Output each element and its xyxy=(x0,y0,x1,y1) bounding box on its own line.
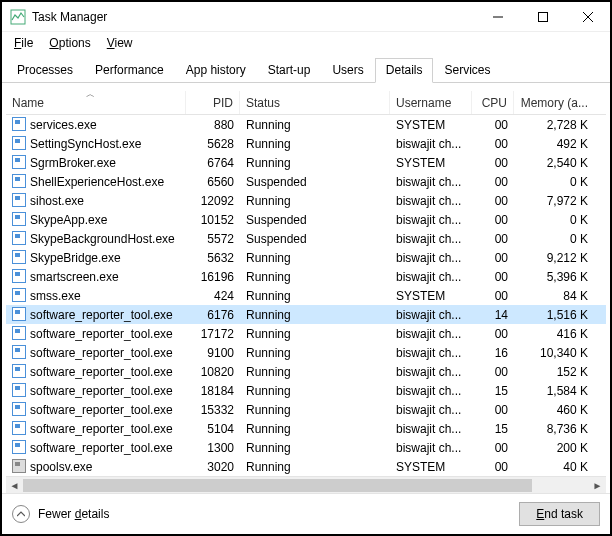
end-task-button[interactable]: End task xyxy=(519,502,600,526)
process-user: SYSTEM xyxy=(390,289,472,303)
process-user: biswajit ch... xyxy=(390,384,472,398)
table-row[interactable]: SkypeBridge.exe5632Runningbiswajit ch...… xyxy=(6,248,606,267)
process-user: biswajit ch... xyxy=(390,422,472,436)
col-username[interactable]: Username xyxy=(390,91,472,114)
process-memory: 9,212 K xyxy=(514,251,594,265)
process-status: Running xyxy=(240,384,390,398)
table-row[interactable]: software_reporter_tool.exe18184Runningbi… xyxy=(6,381,606,400)
process-icon xyxy=(12,174,26,188)
process-name: SettingSyncHost.exe xyxy=(30,137,141,151)
scroll-thumb[interactable] xyxy=(23,479,532,492)
table-row[interactable]: SettingSyncHost.exe5628Runningbiswajit c… xyxy=(6,134,606,153)
process-pid: 6764 xyxy=(186,156,240,170)
process-icon xyxy=(12,345,26,359)
process-name: software_reporter_tool.exe xyxy=(30,403,173,417)
process-pid: 10152 xyxy=(186,213,240,227)
tab-services[interactable]: Services xyxy=(433,58,501,82)
process-name: smartscreen.exe xyxy=(30,270,119,284)
table-row[interactable]: SkypeBackgroundHost.exe5572Suspendedbisw… xyxy=(6,229,606,248)
menu-file[interactable]: File xyxy=(8,34,39,52)
col-cpu[interactable]: CPU xyxy=(472,91,514,114)
process-cpu: 00 xyxy=(472,194,514,208)
table-row[interactable]: services.exe880RunningSYSTEM002,728 K xyxy=(6,115,606,134)
process-memory: 200 K xyxy=(514,441,594,455)
table-row[interactable]: software_reporter_tool.exe1300Runningbis… xyxy=(6,438,606,457)
process-name: software_reporter_tool.exe xyxy=(30,422,173,436)
process-pid: 424 xyxy=(186,289,240,303)
process-status: Running xyxy=(240,251,390,265)
process-memory: 40 K xyxy=(514,460,594,474)
col-memory[interactable]: Memory (a... xyxy=(514,91,594,114)
table-row[interactable]: ShellExperienceHost.exe6560Suspendedbisw… xyxy=(6,172,606,191)
table-row[interactable]: SkypeApp.exe10152Suspendedbiswajit ch...… xyxy=(6,210,606,229)
process-name: software_reporter_tool.exe xyxy=(30,441,173,455)
table-row[interactable]: smartscreen.exe16196Runningbiswajit ch..… xyxy=(6,267,606,286)
process-cpu: 00 xyxy=(472,156,514,170)
process-icon xyxy=(12,383,26,397)
process-status: Running xyxy=(240,403,390,417)
menu-view[interactable]: View xyxy=(101,34,139,52)
fewer-details-icon[interactable] xyxy=(12,505,30,523)
process-memory: 2,728 K xyxy=(514,118,594,132)
tab-details[interactable]: Details xyxy=(375,58,434,83)
scroll-left-icon[interactable]: ◄ xyxy=(6,477,23,494)
process-icon xyxy=(12,440,26,454)
process-memory: 5,396 K xyxy=(514,270,594,284)
table-row[interactable]: spoolsv.exe3020RunningSYSTEM0040 K xyxy=(6,457,606,476)
process-user: SYSTEM xyxy=(390,460,472,474)
process-cpu: 00 xyxy=(472,441,514,455)
scroll-track[interactable] xyxy=(23,477,589,493)
horizontal-scrollbar[interactable]: ◄ ► xyxy=(6,476,606,493)
process-user: biswajit ch... xyxy=(390,346,472,360)
process-status: Running xyxy=(240,270,390,284)
process-icon xyxy=(12,269,26,283)
process-pid: 880 xyxy=(186,118,240,132)
col-pid[interactable]: PID xyxy=(186,91,240,114)
process-cpu: 00 xyxy=(472,270,514,284)
process-status: Running xyxy=(240,308,390,322)
process-cpu: 00 xyxy=(472,118,514,132)
table-row[interactable]: software_reporter_tool.exe10820Runningbi… xyxy=(6,362,606,381)
maximize-button[interactable] xyxy=(520,2,565,32)
close-button[interactable] xyxy=(565,2,610,32)
process-pid: 10820 xyxy=(186,365,240,379)
table-body: services.exe880RunningSYSTEM002,728 KSet… xyxy=(6,115,606,476)
process-cpu: 00 xyxy=(472,403,514,417)
table-row[interactable]: software_reporter_tool.exe17172Runningbi… xyxy=(6,324,606,343)
col-name[interactable]: Name ︿ xyxy=(6,91,186,114)
table-row[interactable]: software_reporter_tool.exe9100Runningbis… xyxy=(6,343,606,362)
col-status[interactable]: Status xyxy=(240,91,390,114)
tab-users[interactable]: Users xyxy=(321,58,374,82)
fewer-details-link[interactable]: Fewer details xyxy=(38,507,109,521)
process-cpu: 16 xyxy=(472,346,514,360)
minimize-button[interactable] xyxy=(475,2,520,32)
tab-performance[interactable]: Performance xyxy=(84,58,175,82)
table-row[interactable]: software_reporter_tool.exe15332Runningbi… xyxy=(6,400,606,419)
process-pid: 6560 xyxy=(186,175,240,189)
tab-app-history[interactable]: App history xyxy=(175,58,257,82)
process-cpu: 15 xyxy=(472,384,514,398)
process-icon xyxy=(12,250,26,264)
table-row[interactable]: sihost.exe12092Runningbiswajit ch...007,… xyxy=(6,191,606,210)
tab-processes[interactable]: Processes xyxy=(6,58,84,82)
process-icon xyxy=(12,326,26,340)
process-cpu: 14 xyxy=(472,308,514,322)
scroll-right-icon[interactable]: ► xyxy=(589,477,606,494)
menu-options[interactable]: Options xyxy=(43,34,96,52)
process-cpu: 00 xyxy=(472,175,514,189)
table-row[interactable]: software_reporter_tool.exe5104Runningbis… xyxy=(6,419,606,438)
process-pid: 5632 xyxy=(186,251,240,265)
process-pid: 5104 xyxy=(186,422,240,436)
process-cpu: 00 xyxy=(472,327,514,341)
table-row[interactable]: SgrmBroker.exe6764RunningSYSTEM002,540 K xyxy=(6,153,606,172)
process-user: biswajit ch... xyxy=(390,270,472,284)
process-icon xyxy=(12,364,26,378)
table-row[interactable]: smss.exe424RunningSYSTEM0084 K xyxy=(6,286,606,305)
process-name: software_reporter_tool.exe xyxy=(30,365,173,379)
process-user: biswajit ch... xyxy=(390,308,472,322)
process-memory: 0 K xyxy=(514,213,594,227)
process-memory: 152 K xyxy=(514,365,594,379)
table-row[interactable]: software_reporter_tool.exe6176Runningbis… xyxy=(6,305,606,324)
process-icon xyxy=(12,155,26,169)
tab-startup[interactable]: Start-up xyxy=(257,58,322,82)
